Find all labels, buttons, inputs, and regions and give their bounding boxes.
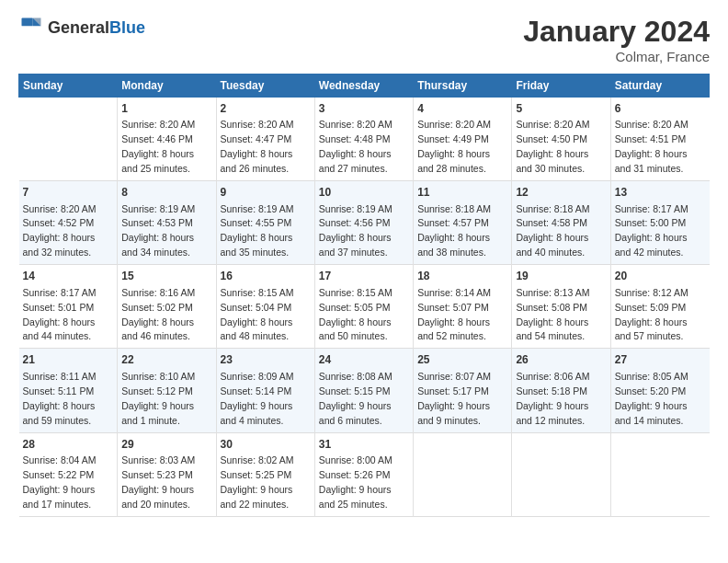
day-number: 23 <box>221 352 311 368</box>
cell-sunset: Sunset: 5:25 PM <box>221 469 292 480</box>
cell-week1-day4: 3Sunrise: 8:20 AMSunset: 4:48 PMDaylight… <box>314 98 413 181</box>
cell-sunset: Sunset: 5:17 PM <box>417 385 489 396</box>
cell-sunset: Sunset: 5:09 PM <box>615 302 687 313</box>
cell-sunset: Sunset: 4:46 PM <box>121 133 193 144</box>
cell-daylight: Daylight: 8 hours and 42 minutes. <box>615 232 688 258</box>
cell-sunrise: Sunrise: 8:18 AM <box>417 203 491 214</box>
cell-sunset: Sunset: 4:57 PM <box>417 217 489 228</box>
cell-sunset: Sunset: 5:18 PM <box>516 385 587 396</box>
cell-daylight: Daylight: 9 hours and 25 minutes. <box>319 484 392 510</box>
cell-sunset: Sunset: 5:23 PM <box>121 469 193 480</box>
cell-daylight: Daylight: 8 hours and 37 minutes. <box>319 232 392 258</box>
cell-daylight: Daylight: 9 hours and 12 minutes. <box>516 400 588 426</box>
calendar-row-4: 21Sunrise: 8:11 AMSunset: 5:11 PMDayligh… <box>19 349 710 432</box>
cell-sunrise: Sunrise: 8:16 AM <box>121 287 195 298</box>
cell-sunrise: Sunrise: 8:20 AM <box>417 119 491 130</box>
day-number: 6 <box>615 101 706 117</box>
cell-sunset: Sunset: 4:55 PM <box>221 217 292 228</box>
cell-sunrise: Sunrise: 8:11 AM <box>23 371 97 382</box>
cell-sunrise: Sunrise: 8:20 AM <box>221 119 294 130</box>
day-number: 20 <box>615 269 706 284</box>
cell-daylight: Daylight: 8 hours and 59 minutes. <box>23 400 96 426</box>
day-number: 7 <box>23 185 114 201</box>
cell-week4-day3: 23Sunrise: 8:09 AMSunset: 5:14 PMDayligh… <box>216 349 314 432</box>
cell-sunset: Sunset: 4:52 PM <box>23 217 95 228</box>
day-number: 4 <box>417 101 507 117</box>
day-number: 15 <box>121 269 211 284</box>
cell-sunrise: Sunrise: 8:20 AM <box>319 119 392 130</box>
cell-sunrise: Sunrise: 8:15 AM <box>221 287 294 298</box>
cell-sunrise: Sunrise: 8:03 AM <box>121 454 195 465</box>
cell-sunset: Sunset: 5:12 PM <box>121 385 193 396</box>
day-number: 3 <box>319 101 409 117</box>
cell-week3-day7: 20Sunrise: 8:12 AMSunset: 5:09 PMDayligh… <box>610 265 709 349</box>
day-number: 16 <box>221 269 311 284</box>
day-number: 11 <box>417 185 507 201</box>
cell-daylight: Daylight: 8 hours and 32 minutes. <box>23 232 96 258</box>
cell-week4-day4: 24Sunrise: 8:08 AMSunset: 5:15 PMDayligh… <box>314 349 413 432</box>
main-title: January 2024 <box>523 15 710 49</box>
cell-week2-day7: 13Sunrise: 8:17 AMSunset: 5:00 PMDayligh… <box>610 181 709 265</box>
cell-sunrise: Sunrise: 8:10 AM <box>121 371 195 382</box>
day-number: 21 <box>23 352 114 368</box>
cell-daylight: Daylight: 8 hours and 48 minutes. <box>221 316 293 342</box>
day-number: 25 <box>417 352 507 368</box>
cell-daylight: Daylight: 8 hours and 28 minutes. <box>417 148 490 174</box>
cell-daylight: Daylight: 8 hours and 34 minutes. <box>121 232 194 258</box>
day-number: 17 <box>319 269 409 284</box>
cell-daylight: Daylight: 9 hours and 6 minutes. <box>319 400 392 426</box>
cell-sunset: Sunset: 5:01 PM <box>23 302 95 313</box>
cell-week5-day5 <box>414 432 512 516</box>
cell-week1-day2: 1Sunrise: 8:20 AMSunset: 4:46 PMDaylight… <box>118 98 216 181</box>
cell-week1-day7: 6Sunrise: 8:20 AMSunset: 4:51 PMDaylight… <box>610 98 709 181</box>
cell-sunrise: Sunrise: 8:17 AM <box>615 203 688 214</box>
cell-sunrise: Sunrise: 8:00 AM <box>319 454 392 465</box>
page: GeneralBlue January 2024 Colmar, France … <box>0 0 728 563</box>
cell-daylight: Daylight: 8 hours and 54 minutes. <box>516 316 588 342</box>
cell-sunrise: Sunrise: 8:06 AM <box>516 371 589 382</box>
day-number: 29 <box>121 437 211 453</box>
cell-week1-day5: 4Sunrise: 8:20 AMSunset: 4:49 PMDaylight… <box>414 98 512 181</box>
cell-sunrise: Sunrise: 8:20 AM <box>121 119 195 130</box>
cell-daylight: Daylight: 9 hours and 22 minutes. <box>221 484 293 510</box>
logo-text: GeneralBlue <box>48 18 145 38</box>
cell-daylight: Daylight: 8 hours and 30 minutes. <box>516 148 588 174</box>
cell-week2-day4: 10Sunrise: 8:19 AMSunset: 4:56 PMDayligh… <box>314 181 413 265</box>
svg-rect-2 <box>22 18 33 27</box>
logo-blue: Blue <box>109 18 145 37</box>
cell-week3-day1: 14Sunrise: 8:17 AMSunset: 5:01 PMDayligh… <box>19 265 118 349</box>
cell-week3-day2: 15Sunrise: 8:16 AMSunset: 5:02 PMDayligh… <box>118 265 216 349</box>
calendar-row-2: 7Sunrise: 8:20 AMSunset: 4:52 PMDaylight… <box>19 181 710 265</box>
cell-sunrise: Sunrise: 8:05 AM <box>615 371 688 382</box>
cell-sunset: Sunset: 4:56 PM <box>319 217 391 228</box>
cell-week3-day4: 17Sunrise: 8:15 AMSunset: 5:05 PMDayligh… <box>314 265 413 349</box>
cell-sunrise: Sunrise: 8:09 AM <box>221 371 294 382</box>
header-row: Sunday Monday Tuesday Wednesday Thursday… <box>19 75 710 98</box>
day-number: 1 <box>121 101 211 117</box>
col-sunday: Sunday <box>19 75 118 98</box>
cell-week2-day5: 11Sunrise: 8:18 AMSunset: 4:57 PMDayligh… <box>414 181 512 265</box>
cell-sunset: Sunset: 4:58 PM <box>516 217 587 228</box>
cell-week4-day1: 21Sunrise: 8:11 AMSunset: 5:11 PMDayligh… <box>19 349 118 432</box>
cell-week4-day2: 22Sunrise: 8:10 AMSunset: 5:12 PMDayligh… <box>118 349 216 432</box>
logo-icon <box>18 15 44 40</box>
cell-week3-day6: 19Sunrise: 8:13 AMSunset: 5:08 PMDayligh… <box>512 265 610 349</box>
cell-sunrise: Sunrise: 8:14 AM <box>417 287 491 298</box>
cell-week2-day6: 12Sunrise: 8:18 AMSunset: 4:58 PMDayligh… <box>512 181 610 265</box>
col-wednesday: Wednesday <box>314 75 413 98</box>
cell-week1-day6: 5Sunrise: 8:20 AMSunset: 4:50 PMDaylight… <box>512 98 610 181</box>
day-number: 14 <box>23 269 114 284</box>
cell-daylight: Daylight: 8 hours and 38 minutes. <box>417 232 490 258</box>
cell-daylight: Daylight: 9 hours and 20 minutes. <box>121 484 194 510</box>
cell-daylight: Daylight: 8 hours and 35 minutes. <box>221 232 293 258</box>
cell-sunrise: Sunrise: 8:15 AM <box>319 287 392 298</box>
cell-sunrise: Sunrise: 8:12 AM <box>615 287 688 298</box>
cell-sunrise: Sunrise: 8:17 AM <box>23 287 97 298</box>
day-number: 26 <box>516 352 606 368</box>
cell-week1-day1 <box>19 98 118 181</box>
day-number: 10 <box>319 185 409 201</box>
cell-week5-day6 <box>512 432 610 516</box>
day-number: 5 <box>516 101 606 117</box>
cell-daylight: Daylight: 8 hours and 26 minutes. <box>221 148 293 174</box>
cell-week5-day3: 30Sunrise: 8:02 AMSunset: 5:25 PMDayligh… <box>216 432 314 516</box>
